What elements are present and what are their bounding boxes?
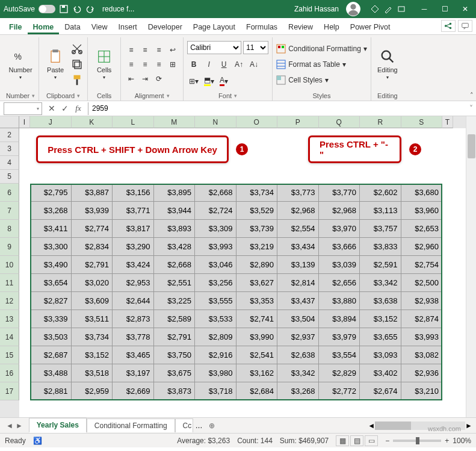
- font-size-select[interactable]: 11: [243, 41, 268, 54]
- cell[interactable]: $3,113: [360, 202, 401, 220]
- column-header[interactable]: S: [401, 116, 443, 128]
- cell[interactable]: $3,880: [319, 292, 360, 310]
- undo-icon[interactable]: [72, 4, 82, 14]
- cell[interactable]: $2,809: [195, 328, 236, 346]
- cell[interactable]: $2,551: [154, 274, 196, 292]
- cell[interactable]: $3,342: [360, 274, 401, 292]
- cell[interactable]: $2,881: [30, 382, 72, 400]
- cancel-formula-icon[interactable]: ✕: [46, 104, 58, 113]
- cell[interactable]: $3,290: [113, 238, 154, 256]
- sheet-prev-icon[interactable]: ◄: [6, 421, 13, 430]
- table-row[interactable]: $3,411$2,774$3,817$3,893$3,309$3,739$2,5…: [19, 220, 466, 238]
- tab-developer[interactable]: Developer: [143, 20, 188, 34]
- cell[interactable]: $2,827: [30, 292, 72, 310]
- cell[interactable]: $3,979: [319, 328, 360, 346]
- tab-review[interactable]: Review: [283, 20, 318, 34]
- row-header[interactable]: 8: [0, 220, 19, 238]
- row-header[interactable]: 14: [0, 328, 19, 346]
- cell[interactable]: $2,653: [401, 220, 443, 238]
- cell[interactable]: $2,541: [236, 346, 278, 364]
- underline-button[interactable]: U: [217, 58, 230, 71]
- cell[interactable]: $3,734: [236, 184, 278, 202]
- copy-icon[interactable]: [70, 58, 84, 71]
- cell[interactable]: $2,724: [195, 202, 236, 220]
- cell[interactable]: $2,500: [401, 274, 443, 292]
- column-header[interactable]: K: [72, 116, 113, 128]
- cell[interactable]: $3,511: [72, 310, 113, 328]
- editing-button[interactable]: Editing ▾: [375, 47, 400, 81]
- accessibility-icon[interactable]: ♿: [33, 437, 42, 445]
- align-top-icon[interactable]: ≡: [125, 43, 138, 57]
- table-row[interactable]: $2,827$3,609$2,644$3,225$3,555$3,353$3,4…: [19, 292, 466, 310]
- cell[interactable]: $2,829: [319, 364, 360, 382]
- cell[interactable]: $3,093: [360, 346, 401, 364]
- column-header[interactable]: I: [19, 116, 30, 128]
- cell[interactable]: $3,411: [30, 220, 72, 238]
- cell[interactable]: $3,773: [277, 184, 319, 202]
- conditional-formatting-button[interactable]: Conditional Formatting▾: [276, 42, 367, 55]
- redo-icon[interactable]: [85, 4, 95, 14]
- cell[interactable]: $3,771: [113, 202, 154, 220]
- table-row[interactable]: $2,881$2,959$2,669$3,873$3,718$2,684$3,2…: [19, 382, 466, 400]
- row-header[interactable]: 15: [0, 346, 19, 364]
- cell[interactable]: $3,939: [72, 202, 113, 220]
- column-header[interactable]: J: [30, 116, 72, 128]
- ribbon-display-icon[interactable]: [397, 4, 406, 14]
- enter-formula-icon[interactable]: ✓: [59, 104, 71, 113]
- cell[interactable]: $2,959: [72, 382, 113, 400]
- cell[interactable]: $3,353: [236, 292, 278, 310]
- table-row[interactable]: $3,339$3,511$2,873$2,589$3,533$2,741$3,5…: [19, 310, 466, 328]
- table-row[interactable]: $2,795$3,887$3,156$3,895$2,668$3,734$3,7…: [19, 184, 466, 202]
- cell[interactable]: $3,675: [154, 364, 196, 382]
- cell[interactable]: $3,339: [30, 310, 72, 328]
- column-header[interactable]: O: [236, 116, 278, 128]
- cells-area[interactable]: Press CTRL + SHIFT + Down Arrow Key 1 Pr…: [19, 128, 466, 417]
- paste-button[interactable]: Paste ▾: [43, 47, 68, 81]
- cell[interactable]: $3,833: [360, 238, 401, 256]
- column-header[interactable]: N: [195, 116, 236, 128]
- row-header[interactable]: 12: [0, 292, 19, 310]
- cell[interactable]: $3,488: [30, 364, 72, 382]
- row-header[interactable]: 5: [0, 170, 19, 184]
- cell[interactable]: $3,887: [72, 184, 113, 202]
- cell[interactable]: $2,968: [277, 202, 319, 220]
- cell[interactable]: $3,490: [30, 256, 72, 274]
- cell[interactable]: $3,309: [195, 220, 236, 238]
- tab-page-layout[interactable]: Page Layout: [188, 20, 241, 34]
- cell[interactable]: $3,437: [277, 292, 319, 310]
- cell[interactable]: $2,674: [360, 382, 401, 400]
- row-header[interactable]: 3: [0, 142, 19, 156]
- font-color-icon[interactable]: A▾: [217, 75, 230, 88]
- cell[interactable]: $2,795: [30, 184, 72, 202]
- cell[interactable]: $3,778: [113, 328, 154, 346]
- align-middle-icon[interactable]: ≡: [138, 43, 152, 57]
- cell[interactable]: $3,020: [72, 274, 113, 292]
- cell[interactable]: $3,893: [154, 220, 196, 238]
- tab-view[interactable]: View: [86, 20, 113, 34]
- cell[interactable]: $3,504: [277, 310, 319, 328]
- comments-button[interactable]: [458, 20, 472, 32]
- row-header[interactable]: 16: [0, 364, 19, 382]
- column-header[interactable]: R: [360, 116, 401, 128]
- column-header[interactable]: M: [154, 116, 196, 128]
- cell[interactable]: $2,960: [401, 238, 443, 256]
- cell-styles-button[interactable]: Cell Styles▾: [276, 73, 329, 87]
- cell[interactable]: $3,750: [154, 346, 196, 364]
- cell[interactable]: $2,668: [195, 184, 236, 202]
- cell[interactable]: $3,268: [277, 382, 319, 400]
- cell[interactable]: $3,960: [401, 202, 443, 220]
- cell[interactable]: $3,734: [72, 328, 113, 346]
- format-painter-icon[interactable]: [70, 73, 84, 87]
- sheet-next-icon[interactable]: ►: [16, 421, 23, 430]
- cell[interactable]: $3,757: [360, 220, 401, 238]
- cell[interactable]: $3,518: [72, 364, 113, 382]
- wrap-text-icon[interactable]: ↩: [166, 43, 179, 57]
- align-bottom-icon[interactable]: ≡: [152, 43, 165, 57]
- align-right-icon[interactable]: ≡: [152, 58, 165, 71]
- cell[interactable]: $3,139: [277, 256, 319, 274]
- collapse-ribbon-icon[interactable]: ˄: [470, 92, 474, 99]
- row-header[interactable]: 2: [0, 128, 19, 142]
- page-layout-view-icon[interactable]: ▤: [350, 435, 363, 446]
- cell[interactable]: $3,654: [30, 274, 72, 292]
- table-row[interactable]: $2,687$3,152$3,465$3,750$2,916$2,541$2,6…: [19, 346, 466, 364]
